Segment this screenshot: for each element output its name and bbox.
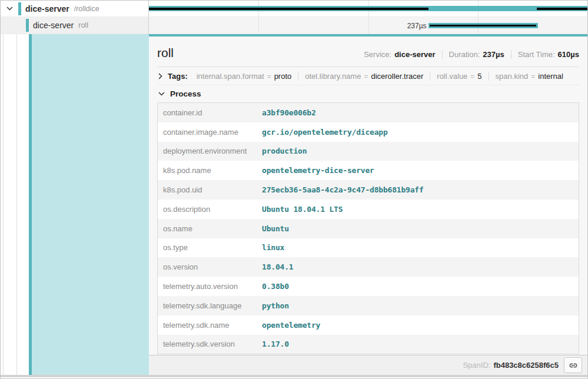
meta-separator xyxy=(511,50,511,59)
tags-accordion[interactable]: Tags: internal.span.format = proto otel.… xyxy=(157,67,579,85)
spanid-label: SpanID: xyxy=(463,361,490,370)
span-row-roll[interactable]: dice-server roll xyxy=(1,17,148,34)
detail-left-rail xyxy=(1,34,149,375)
timeline-row-roll[interactable]: 237µs xyxy=(149,17,587,34)
span-bar-rolldice[interactable] xyxy=(149,6,587,11)
process-kv-table: container.id a3bf90e006b2 container.imag… xyxy=(157,102,579,354)
self-time-stripe xyxy=(537,8,587,10)
process-value: python xyxy=(262,301,289,310)
tag-item: otel.library.name = diceroller.tracer xyxy=(298,72,430,81)
link-icon xyxy=(569,361,578,370)
tag-key: span.kind xyxy=(496,72,529,81)
table-row: container.id a3bf90e006b2 xyxy=(158,103,579,122)
span-duration-label: 237µs xyxy=(407,22,427,30)
table-row: os.type linux xyxy=(158,238,579,258)
process-accordion[interactable]: Process xyxy=(157,85,579,102)
tag-key: internal.span.format xyxy=(197,72,264,81)
process-value: 0.38b0 xyxy=(262,282,289,291)
process-value: gcr.io/opentelemetry/diceapp xyxy=(262,128,388,137)
process-value: linux xyxy=(262,243,284,252)
process-key: container.image.name xyxy=(163,128,262,137)
span-rows: dice-server /rolldice dice-server roll xyxy=(1,1,587,34)
table-row: container.image.name gcr.io/opentelemetr… xyxy=(158,122,579,142)
process-value: 275ecb36-5aa8-4c2a-9c47-d8bb681b9aff xyxy=(262,185,424,194)
detail-header: roll Service: dice-server Duration: 237µ… xyxy=(157,36,579,60)
tree-indent-guide xyxy=(16,34,17,375)
span-color-bar xyxy=(26,19,29,32)
service-label: Service: xyxy=(364,50,391,59)
table-row: os.version 18.04.1 xyxy=(158,257,579,277)
start-time-label: Start Time: xyxy=(518,50,555,59)
process-value: Ubuntu xyxy=(262,224,289,233)
process-key: telemetry.sdk.language xyxy=(163,301,262,310)
duration-label: Duration: xyxy=(449,50,480,59)
table-row: telemetry.sdk.version 1.17.0 xyxy=(158,335,579,354)
tag-item: internal.span.format = proto xyxy=(190,72,298,81)
table-row: telemetry.sdk.language python xyxy=(158,296,579,315)
process-key: container.id xyxy=(163,108,262,117)
process-key: deployment.environment xyxy=(163,147,262,155)
table-row: deployment.environment production xyxy=(158,142,579,161)
tag-item: span.kind = internal xyxy=(489,72,570,81)
self-time-stripe xyxy=(430,25,536,27)
process-key: telemetry.auto.version xyxy=(163,282,262,291)
timeline-gridline xyxy=(258,17,259,34)
timeline-column: 237µs xyxy=(149,1,587,34)
service-name: dice-server xyxy=(33,21,74,30)
process-key: os.type xyxy=(163,243,262,252)
process-value: a3bf90e006b2 xyxy=(262,108,316,117)
tag-value: proto xyxy=(274,72,292,81)
detail-footer: SpanID: fb483c8c6258f6c5 xyxy=(149,355,587,375)
process-value: opentelemetry-dice-server xyxy=(262,166,374,175)
process-value: opentelemetry xyxy=(262,321,320,330)
jaeger-trace-view: dice-server /rolldice dice-server roll xyxy=(0,0,588,379)
chevron-down-icon[interactable] xyxy=(5,5,14,13)
process-key: telemetry.sdk.name xyxy=(163,321,262,330)
tags-label: Tags: xyxy=(168,72,188,81)
start-time-value: 610µs xyxy=(558,50,579,59)
tag-key: roll.value xyxy=(437,72,467,81)
span-bar-roll[interactable] xyxy=(428,23,538,28)
table-row: k8s.pod.name opentelemetry-dice-server xyxy=(158,161,579,180)
tag-item: roll.value = 5 xyxy=(430,72,488,81)
process-key: os.description xyxy=(163,205,262,214)
service-name: dice-server xyxy=(25,4,69,14)
tag-value: 5 xyxy=(477,72,481,81)
spanid-value: fb483c8c6258f6c5 xyxy=(493,361,559,370)
tag-equals: = xyxy=(364,72,368,81)
service-value: dice-server xyxy=(394,50,435,59)
process-value: 1.17.0 xyxy=(262,340,289,348)
tag-value: diceroller.tracer xyxy=(371,72,423,81)
tag-equals: = xyxy=(531,72,535,81)
process-key: telemetry.sdk.version xyxy=(163,340,262,348)
operation-name: roll xyxy=(78,21,88,29)
span-row-rolldice[interactable]: dice-server /rolldice xyxy=(1,1,148,17)
chevron-down-icon xyxy=(158,92,165,96)
span-meta: Service: dice-server Duration: 237µs Sta… xyxy=(364,50,579,59)
meta-separator xyxy=(442,50,443,59)
timeline-row-rolldice[interactable] xyxy=(149,1,587,17)
table-row: telemetry.sdk.name opentelemetry xyxy=(158,315,579,335)
chevron-right-icon xyxy=(158,73,162,79)
tree-indent-guide xyxy=(3,34,4,375)
copy-span-link-button[interactable] xyxy=(564,357,582,373)
table-row: telemetry.auto.version 0.38b0 xyxy=(158,277,579,296)
selected-span-highlight xyxy=(32,34,149,375)
span-detail-panel: roll Service: dice-server Duration: 237µ… xyxy=(149,34,587,375)
span-name-column: dice-server /rolldice dice-server roll xyxy=(1,1,149,34)
span-detail-row: roll Service: dice-server Duration: 237µ… xyxy=(1,34,587,375)
process-label: Process xyxy=(170,89,201,98)
bottom-padding xyxy=(1,377,587,378)
tag-value: internal xyxy=(538,72,563,81)
table-row: os.description Ubuntu 18.04.1 LTS xyxy=(158,200,579,219)
timeline-gridline xyxy=(368,17,369,34)
tag-key: otel.library.name xyxy=(305,72,361,81)
process-value: 18.04.1 xyxy=(262,262,293,271)
process-key: os.version xyxy=(163,262,262,271)
span-color-bar xyxy=(18,2,21,15)
tag-equals: = xyxy=(470,72,474,81)
process-key: os.name xyxy=(163,224,262,233)
process-value: Ubuntu 18.04.1 LTS xyxy=(262,205,343,214)
process-key: k8s.pod.name xyxy=(163,166,262,175)
process-key: k8s.pod.uid xyxy=(163,185,262,194)
